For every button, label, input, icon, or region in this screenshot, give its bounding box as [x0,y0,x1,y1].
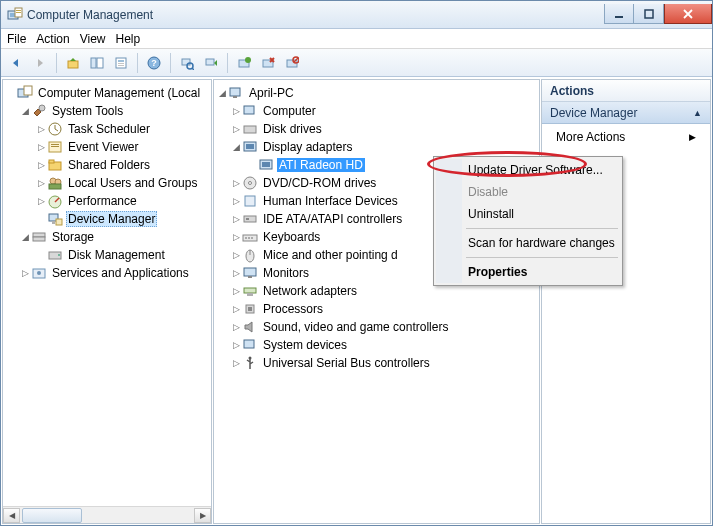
device-tree[interactable]: ◢April-PC ▷Computer ▷Disk drives ◢Displa… [214,80,539,523]
toolbar-separator [170,53,171,73]
collapse-icon[interactable]: ◢ [19,232,31,242]
expand-icon[interactable]: ▷ [230,286,242,296]
tree-item-shared-folders[interactable]: ▷Shared Folders [5,156,209,174]
svg-rect-32 [51,146,59,147]
expand-icon[interactable]: ▷ [230,232,242,242]
ctx-uninstall[interactable]: Uninstall [436,203,620,225]
expand-icon[interactable]: ▷ [35,142,47,152]
device-category-system-devices[interactable]: ▷System devices [216,336,537,354]
tree-item-storage[interactable]: ◢Storage [5,228,209,246]
tree-item-event-viewer[interactable]: ▷Event Viewer [5,138,209,156]
submenu-arrow-icon: ▶ [689,132,696,142]
scroll-left-arrow[interactable]: ◀ [3,508,20,523]
expand-icon[interactable]: ▷ [230,250,242,260]
menu-file[interactable]: File [7,32,26,46]
tree-item-disk-management[interactable]: Disk Management [5,246,209,264]
console-tree[interactable]: Computer Management (Local ◢System Tools… [3,80,211,506]
minimize-button[interactable] [604,4,634,24]
scan-hardware-button[interactable] [176,52,198,74]
svg-line-18 [192,68,194,70]
menu-help[interactable]: Help [116,32,141,46]
shared-folder-icon [47,157,63,173]
expand-icon[interactable]: ▷ [35,178,47,188]
left-scrollbar[interactable]: ◀ ▶ [3,506,211,523]
svg-point-74 [249,357,252,360]
svg-rect-13 [118,65,124,66]
expand-icon[interactable]: ▷ [35,160,47,170]
svg-rect-6 [645,10,653,18]
expand-icon[interactable]: ▷ [35,196,47,206]
computer-icon [228,85,244,101]
expand-icon[interactable]: ▷ [230,214,242,224]
svg-rect-53 [246,144,254,149]
device-category-usb[interactable]: ▷Universal Serial Bus controllers [216,354,537,372]
svg-rect-41 [56,219,62,225]
expand-icon[interactable]: ▷ [230,178,242,188]
expand-icon[interactable]: ▷ [230,124,242,134]
actions-section[interactable]: Device Manager ▲ [542,102,710,124]
svg-rect-40 [52,221,55,224]
tree-item-device-manager[interactable]: Device Manager [5,210,209,228]
show-hide-tree-button[interactable] [86,52,108,74]
device-root[interactable]: ◢April-PC [216,84,537,102]
device-category-computer[interactable]: ▷Computer [216,102,537,120]
performance-icon [47,193,63,209]
svg-rect-60 [246,218,249,220]
app-icon [7,7,23,23]
tree-item-root[interactable]: Computer Management (Local [5,84,209,102]
device-category-disk-drives[interactable]: ▷Disk drives [216,120,537,138]
update-driver-button[interactable] [200,52,222,74]
svg-rect-67 [244,268,256,276]
menu-view[interactable]: View [80,32,106,46]
svg-rect-72 [248,307,252,311]
ctx-disable[interactable]: Disable [436,181,620,203]
disable-button[interactable] [281,52,303,74]
expand-icon[interactable]: ▷ [230,268,242,278]
collapse-icon[interactable]: ◢ [216,88,228,98]
monitor-icon [242,265,258,281]
device-category-display[interactable]: ◢Display adapters [216,138,537,156]
actions-more[interactable]: More Actions ▶ [542,124,710,150]
help-button[interactable]: ? [143,52,165,74]
device-category-sound[interactable]: ▷Sound, video and game controllers [216,318,537,336]
users-icon [47,175,63,191]
tree-item-performance[interactable]: ▷Performance [5,192,209,210]
expand-icon[interactable]: ▷ [230,106,242,116]
uninstall-button[interactable] [257,52,279,74]
expand-icon[interactable]: ▷ [19,268,31,278]
hid-icon [242,193,258,209]
back-button[interactable] [5,52,27,74]
svg-rect-16 [182,59,190,65]
menu-action[interactable]: Action [36,32,69,46]
forward-button[interactable] [29,52,51,74]
tools-icon [31,103,47,119]
collapse-icon[interactable]: ◢ [19,106,31,116]
tree-item-task-scheduler[interactable]: ▷Task Scheduler [5,120,209,138]
expand-icon[interactable]: ▷ [230,304,242,314]
close-button[interactable] [664,4,712,24]
collapse-icon[interactable]: ◢ [230,142,242,152]
svg-rect-49 [233,96,237,98]
expand-icon[interactable]: ▷ [35,124,47,134]
ctx-scan[interactable]: Scan for hardware changes [436,232,620,254]
ctx-update-driver[interactable]: Update Driver Software... [436,159,620,181]
up-folder-button[interactable] [62,52,84,74]
expand-icon[interactable]: ▷ [230,358,242,368]
tree-item-local-users[interactable]: ▷Local Users and Groups [5,174,209,192]
tree-item-services[interactable]: ▷Services and Applications [5,264,209,282]
context-separator [466,228,618,229]
expand-icon[interactable]: ▷ [230,322,242,332]
scroll-thumb[interactable] [22,508,82,523]
expand-icon[interactable]: ▷ [230,340,242,350]
context-separator [466,257,618,258]
expand-icon[interactable]: ▷ [230,196,242,206]
scroll-right-arrow[interactable]: ▶ [194,508,211,523]
svg-rect-43 [33,237,45,241]
ctx-properties[interactable]: Properties [436,261,620,283]
enable-button[interactable] [233,52,255,74]
device-category-processors[interactable]: ▷Processors [216,300,537,318]
svg-rect-11 [118,60,124,62]
maximize-button[interactable] [634,4,664,24]
tree-item-system-tools[interactable]: ◢System Tools [5,102,209,120]
properties-button[interactable] [110,52,132,74]
